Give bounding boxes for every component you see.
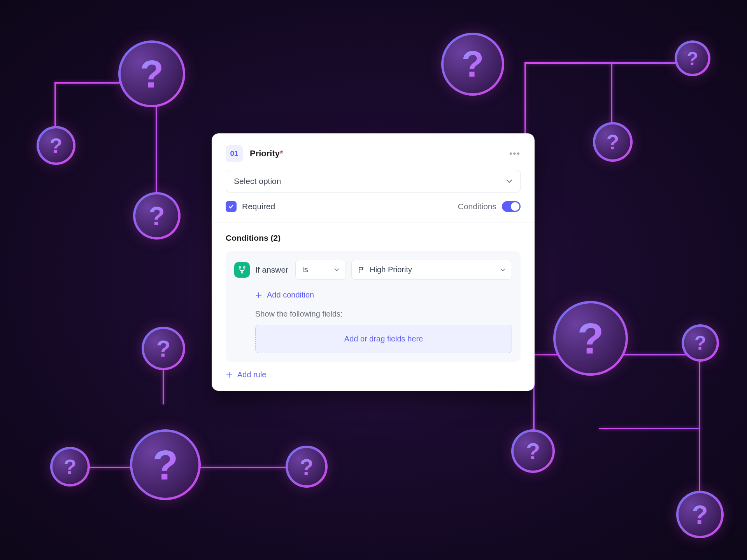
conditions-toggle-label: Conditions <box>458 202 496 211</box>
chevron-down-icon <box>334 268 339 271</box>
field-number-badge: 01 <box>226 145 243 162</box>
field-title: Priority* <box>250 149 502 159</box>
chevron-down-icon <box>500 268 505 271</box>
svg-point-1 <box>243 266 245 268</box>
flag-icon <box>358 266 365 273</box>
required-marker: * <box>280 149 283 158</box>
card-header: 01 Priority* ••• <box>212 133 535 170</box>
field-config-card: 01 Priority* ••• Select option Required … <box>212 133 535 391</box>
plus-icon <box>255 292 262 299</box>
svg-point-2 <box>241 271 243 273</box>
required-checkbox-group: Required <box>226 201 275 212</box>
options-row: Required Conditions <box>212 192 535 222</box>
conditions-toggle[interactable] <box>502 201 521 212</box>
value-dropdown[interactable]: High Priority <box>351 260 512 280</box>
rule-card: If answer Is High Priority <box>226 251 521 362</box>
add-condition-label: Add condition <box>267 290 314 299</box>
add-condition-button[interactable]: Add condition <box>234 290 512 299</box>
drop-zone-label: Add or drag fields here <box>344 334 423 343</box>
required-checkbox[interactable] <box>226 201 237 212</box>
select-placeholder: Select option <box>234 177 281 186</box>
operator-value: Is <box>302 265 308 274</box>
option-select[interactable]: Select option <box>226 170 521 192</box>
show-fields-label: Show the following fields: <box>234 310 512 318</box>
add-rule-label: Add rule <box>237 370 267 379</box>
conditions-title: Conditions (2) <box>226 233 521 243</box>
more-options-button[interactable]: ••• <box>509 149 521 159</box>
chevron-down-icon <box>506 179 512 183</box>
condition-row: If answer Is High Priority <box>234 260 512 280</box>
operator-dropdown[interactable]: Is <box>295 260 346 280</box>
conditions-section: Conditions (2) If answer Is <box>212 222 535 391</box>
conditions-toggle-group: Conditions <box>458 201 521 212</box>
svg-point-0 <box>239 266 240 268</box>
value-text: High Priority <box>370 265 412 274</box>
add-rule-button[interactable]: Add rule <box>226 370 521 379</box>
required-label: Required <box>242 202 275 211</box>
plus-icon <box>226 371 233 378</box>
fields-drop-zone[interactable]: Add or drag fields here <box>255 325 512 353</box>
check-icon <box>228 203 234 210</box>
branch-icon <box>234 262 250 278</box>
if-answer-label: If answer <box>255 265 288 275</box>
